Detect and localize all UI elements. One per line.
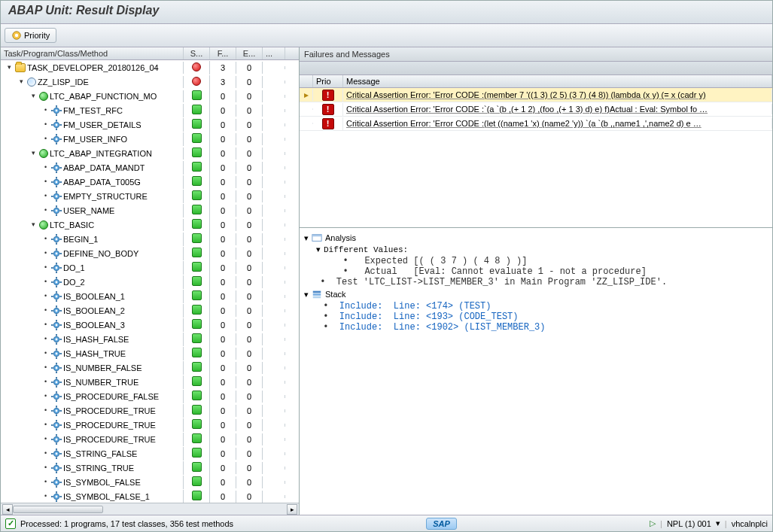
tree-row[interactable]: • DO_2 0 0 [1,275,299,289]
tree-hscrollbar[interactable]: ◂ ▸ [1,503,299,515]
tree-row[interactable]: • IS_SYMBOL_FALSE 0 0 [1,475,299,489]
twisty-icon[interactable]: • [41,278,50,286]
status-host[interactable]: vhcalnplci [732,519,768,528]
tree-header-status[interactable]: S... [184,47,210,59]
twisty-icon[interactable]: • [41,178,50,186]
tree-row[interactable]: • FM_TEST_RFC 0 0 [1,103,299,117]
twisty-icon[interactable]: • [41,421,50,429]
tree-header-task[interactable]: Task/Program/Class/Method [1,47,184,59]
twisty-icon[interactable]: • [41,163,50,172]
message-text[interactable]: Critical Assertion Error: 'Error CODE :(… [343,90,772,100]
tree-row[interactable]: • IS_HASH_FALSE 0 0 [1,332,299,346]
twisty-icon[interactable]: ▾ [29,220,38,229]
messages-header-prio[interactable]: Prio [313,75,343,87]
twisty-icon[interactable]: • [41,120,50,129]
scroll-left-button[interactable]: ◂ [2,504,13,515]
twisty-icon[interactable]: • [41,435,50,443]
tree-row[interactable]: • FM_USER_DETAILS 0 0 [1,117,299,132]
tree-row[interactable]: • EMPTY_STRUCTURE 0 0 [1,189,299,203]
twisty-icon[interactable]: ▾ [316,245,321,254]
tree-row[interactable]: • ABAP_DATA_MANDT 0 0 [1,160,299,175]
tree-row[interactable]: • IS_STRING_FALSE 0 0 [1,446,299,461]
twisty-icon[interactable]: • [41,464,50,472]
analysis-header[interactable]: ▾ Analysis [304,233,768,243]
tree-row[interactable]: • IS_NUMBER_FALSE 0 0 [1,360,299,375]
twisty-icon[interactable]: • [41,249,50,257]
twisty-icon[interactable]: ▾ [29,149,38,157]
twisty-icon[interactable]: • [41,349,50,357]
tree-row[interactable]: • IS_PROCEDURE_TRUE 0 0 [1,418,299,432]
tree-row[interactable]: • BEGIN_1 0 0 [1,232,299,246]
scroll-thumb[interactable] [13,506,103,513]
twisty-icon[interactable]: • [41,235,50,243]
twisty-icon[interactable]: • [41,263,50,272]
tree-row[interactable]: • IS_PROCEDURE_TRUE 0 0 [1,432,299,446]
twisty-icon[interactable]: • [41,363,50,372]
tree-row[interactable]: • IS_SYMBOL_FALSE_1 0 0 [1,489,299,503]
twisty-icon[interactable]: ▾ [304,290,309,299]
tree-row[interactable]: • DEFINE_NO_BODY 0 0 [1,246,299,260]
message-text[interactable]: Critical Assertion Error: 'Error CODE :`… [343,104,772,114]
tree-row[interactable]: ▾ LTC_BASIC 0 0 [1,217,299,232]
analysis-panel[interactable]: ▾ Analysis ▾ Different Values: • Expecte… [300,228,772,515]
tree-row[interactable]: • IS_BOOLEAN_1 0 0 [1,289,299,303]
stack-header[interactable]: ▾ Stack [304,289,768,299]
message-row[interactable]: ! Critical Assertion Error: 'Error CODE … [300,117,772,131]
tree-row[interactable]: ▾ ZZ_LISP_IDE 3 0 [1,74,299,89]
tree-row[interactable]: • IS_PROCEDURE_FALSE 0 0 [1,389,299,403]
twisty-icon[interactable]: • [41,292,50,300]
row-selector-icon[interactable] [300,123,313,124]
tree-row[interactable]: • FM_USER_INFO 0 0 [1,132,299,146]
row-selector-icon[interactable] [300,108,313,110]
twisty-icon[interactable]: • [41,106,50,114]
tree-row[interactable]: • IS_BOOLEAN_2 0 0 [1,303,299,318]
twisty-icon[interactable]: • [41,378,50,386]
stack-line[interactable]: • Include: Line: <1902> (LIST_MEMBER_3) [318,322,768,333]
twisty-icon[interactable]: • [41,478,50,486]
messages-body[interactable]: ▸ ! Critical Assertion Error: 'Error COD… [300,88,772,227]
tree-row[interactable]: • IS_BOOLEAN_3 0 0 [1,318,299,332]
twisty-icon[interactable]: • [41,135,50,143]
twisty-icon[interactable]: ▾ [5,63,14,71]
tree-row[interactable]: ▾ TASK_DEVELOPER_20180126_04 3 0 [1,60,299,74]
tree-row[interactable]: • ABAP_DATA_T005G 0 0 [1,175,299,189]
tree-scroll[interactable]: ▾ TASK_DEVELOPER_20180126_04 3 0 ▾ ZZ_LI… [1,60,299,503]
twisty-icon[interactable]: • [41,192,50,200]
tree-row[interactable]: ▾ LTC_ABAP_FUNCTION_MO 0 0 [1,89,299,103]
priority-button[interactable]: Priority [5,28,56,43]
twisty-icon[interactable]: • [41,449,50,458]
twisty-icon[interactable]: • [41,206,50,214]
twisty-icon[interactable]: ▾ [304,233,309,243]
tree-row[interactable]: ▾ LTC_ABAP_INTEGRATION 0 0 [1,146,299,160]
message-text[interactable]: Critical Assertion Error: 'Error CODE :(… [343,118,772,129]
tree-row[interactable]: • IS_HASH_TRUE 0 0 [1,346,299,360]
tree-row[interactable]: • DO_1 0 0 [1,260,299,275]
tree-header-fail[interactable]: F... [210,47,236,59]
twisty-icon[interactable]: • [41,392,50,400]
status-system[interactable]: NPL (1) 001 [667,519,711,528]
scroll-right-button[interactable]: ▸ [287,504,297,515]
tree-header-err[interactable]: E... [236,47,263,59]
twisty-icon[interactable]: ▾ [17,78,26,86]
stack-line[interactable]: • Include: Line: <193> (CODE_TEST) [318,312,768,322]
diff-values-header[interactable]: ▾ Different Values: [316,245,768,254]
tree-row[interactable]: • IS_NUMBER_TRUE 0 0 [1,375,299,389]
twisty-icon[interactable]: • [41,335,50,343]
twisty-icon[interactable]: • [41,306,50,315]
tree-row[interactable]: • IS_PROCEDURE_TRUE 0 0 [1,403,299,418]
stack-line[interactable]: • Include: Line: <174> (TEST) [318,301,768,312]
row-selector-icon[interactable]: ▸ [300,89,313,101]
tree-row[interactable]: • USER_NAME 0 0 [1,203,299,217]
tree-header-more[interactable]: ... [263,47,285,59]
twisty-icon[interactable]: • [41,406,50,415]
message-row[interactable]: ! Critical Assertion Error: 'Error CODE … [300,102,772,117]
run-icon[interactable]: ▷ [650,518,656,528]
twisty-icon[interactable]: • [41,321,50,329]
twisty-icon[interactable]: ▾ [29,92,38,100]
twisty-icon[interactable]: • [41,492,50,500]
tree-row-err: 0 [236,147,263,160]
message-row[interactable]: ▸ ! Critical Assertion Error: 'Error COD… [300,88,772,102]
tree-row[interactable]: • IS_STRING_TRUE 0 0 [1,461,299,475]
messages-header-msg[interactable]: Message [343,75,772,87]
dropdown-icon[interactable]: ▾ [716,518,720,528]
